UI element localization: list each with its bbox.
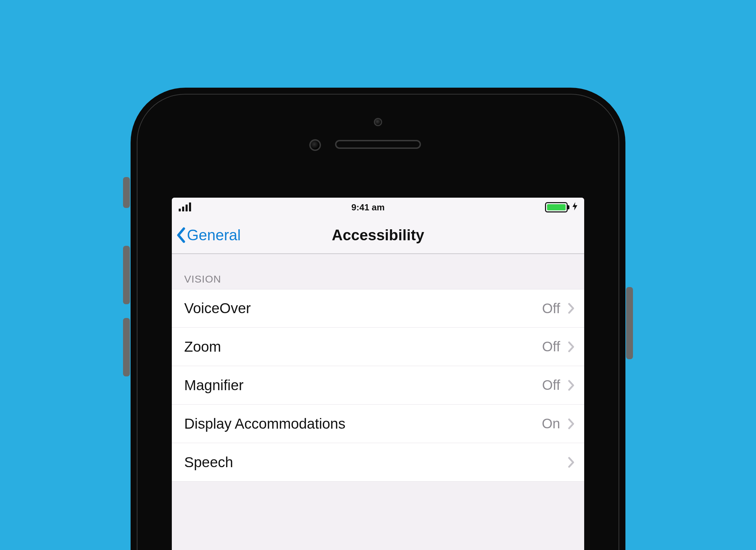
sensor-dot (374, 118, 382, 126)
back-label: General (187, 227, 241, 244)
row-value: On (542, 416, 560, 431)
row-value: Off (542, 301, 560, 316)
row-speech[interactable]: Speech (172, 443, 584, 482)
row-label: Zoom (184, 339, 221, 355)
chevron-right-icon (567, 340, 575, 354)
chevron-right-icon (567, 301, 575, 315)
power-button (626, 287, 633, 359)
volume-down-button (123, 318, 130, 376)
status-time: 9:41 am (352, 202, 385, 213)
chevron-right-icon (567, 417, 575, 431)
chevron-right-icon (567, 378, 575, 392)
row-display-accommodations[interactable]: Display Accommodations On (172, 405, 584, 443)
cellular-signal-icon (179, 203, 191, 211)
status-bar: 9:41 am (172, 198, 584, 217)
row-zoom[interactable]: Zoom Off (172, 328, 584, 366)
screen: 9:41 am General Accessibil (172, 198, 584, 550)
back-button[interactable]: General (175, 226, 241, 245)
navigation-bar: General Accessibility (172, 217, 584, 254)
phone-body: 9:41 am General Accessibil (131, 88, 625, 550)
row-label: VoiceOver (184, 300, 251, 317)
row-magnifier[interactable]: Magnifier Off (172, 366, 584, 405)
row-label: Magnifier (184, 377, 244, 394)
earpiece-speaker (335, 140, 421, 149)
chevron-left-icon (175, 226, 187, 245)
front-camera (309, 139, 321, 151)
silence-switch (123, 177, 130, 208)
phone-frame: 9:41 am General Accessibil (131, 88, 625, 550)
row-label: Speech (184, 454, 233, 471)
row-label: Display Accommodations (184, 416, 345, 432)
battery-icon (545, 202, 568, 212)
settings-list: VoiceOver Off Zoom Off (172, 289, 584, 482)
row-value: Off (542, 339, 560, 354)
row-value: Off (542, 377, 560, 393)
row-voiceover[interactable]: VoiceOver Off (172, 289, 584, 328)
charging-icon (572, 202, 577, 212)
chevron-right-icon (567, 455, 575, 469)
section-header-vision: VISION (172, 254, 584, 289)
page-title: Accessibility (332, 227, 424, 244)
volume-up-button (123, 246, 130, 304)
